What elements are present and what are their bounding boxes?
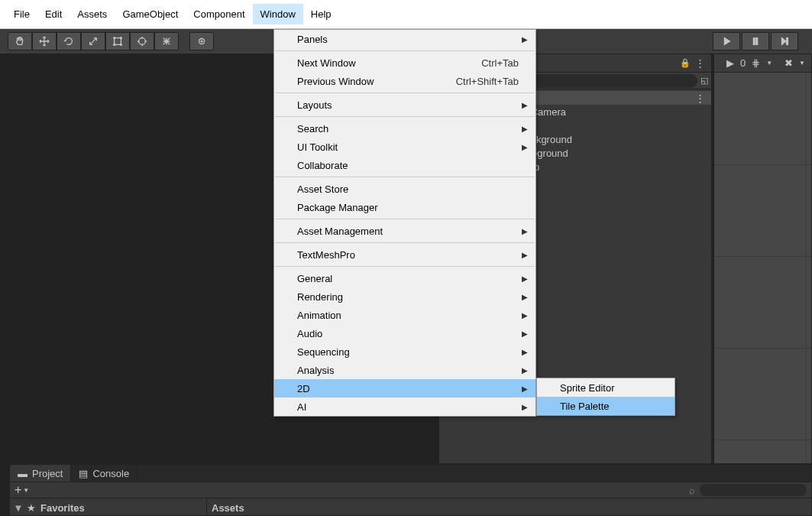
menu-item-label: TextMeshPro	[297, 249, 355, 261]
menu-item-previous-window[interactable]: Previous WindowCtrl+Shift+Tab	[274, 72, 535, 90]
menubar-item-assets[interactable]: Assets	[70, 4, 115, 24]
menubar-item-component[interactable]: Component	[186, 4, 252, 24]
lock-icon[interactable]: 🔒	[680, 58, 691, 68]
menu-item-collaborate[interactable]: Collaborate	[274, 156, 535, 174]
scene-canvas[interactable]: ☁	[714, 73, 811, 463]
submenu-arrow-icon: ▶	[522, 329, 528, 338]
menu-item-ui-toolkit[interactable]: UI Toolkit▶	[274, 138, 535, 156]
menu-item-asset-store[interactable]: Asset Store	[274, 180, 535, 198]
custom-tool[interactable]	[154, 32, 179, 50]
rect-tool[interactable]	[105, 32, 130, 50]
menu-item-label: Asset Management	[297, 226, 383, 237]
submenu-arrow-icon: ▶	[522, 227, 528, 235]
menu-item-ai[interactable]: AI▶	[274, 398, 535, 416]
rotate-tool[interactable]	[57, 32, 81, 50]
tab-project[interactable]: ▬ Project	[10, 465, 71, 482]
move-tool[interactable]	[32, 32, 57, 50]
menu-item-search[interactable]: Search▶	[274, 119, 535, 138]
menu-item-panels[interactable]: Panels▶	[274, 30, 535, 48]
play-button[interactable]	[713, 32, 740, 50]
tab-console[interactable]: ▤ Console	[71, 465, 137, 482]
menu-item-label: AI	[297, 401, 306, 413]
menu-item-tile-palette[interactable]: Tile Palette	[537, 397, 675, 415]
menu-item-label: Layouts	[297, 99, 332, 111]
folder-icon: ▬	[18, 468, 27, 479]
menu-item-next-window[interactable]: Next WindowCtrl+Tab	[274, 54, 535, 72]
menu-item-analysis[interactable]: Analysis▶	[274, 361, 535, 379]
scene-toolbar-arrow-icon[interactable]: ▶	[726, 57, 734, 69]
submenu-arrow-icon: ▶	[522, 274, 528, 283]
project-tabs: ▬ Project ▤ Console	[10, 465, 811, 482]
submenu-2d: Sprite EditorTile Palette	[536, 378, 675, 416]
gizmos-icon[interactable]: ⋕	[752, 57, 760, 69]
menubar-item-gameobject[interactable]: GameObject	[115, 4, 186, 24]
menu-item-label: Sprite Editor	[560, 382, 615, 394]
submenu-arrow-icon: ▶	[522, 125, 528, 133]
submenu-arrow-icon: ▶	[522, 366, 528, 375]
menu-item-package-manager[interactable]: Package Manager	[274, 198, 535, 216]
menu-item-label: General	[297, 273, 332, 284]
scene-view[interactable]: ▶ 0 ⋕ ▼ ✖ ▼ ☁	[713, 54, 812, 464]
menu-item-sprite-editor[interactable]: Sprite Editor	[537, 378, 675, 397]
submenu-arrow-icon: ▶	[522, 143, 528, 151]
scale-tool[interactable]	[81, 32, 105, 50]
submenu-arrow-icon: ▶	[522, 35, 528, 44]
menu-item-textmeshpro[interactable]: TextMeshPro▶	[274, 245, 535, 264]
svg-point-1	[114, 37, 115, 39]
menu-item-label: 2D	[297, 383, 310, 394]
menu-item-label: Sequencing	[297, 346, 350, 358]
menu-item-asset-management[interactable]: Asset Management▶	[274, 222, 535, 240]
menu-item-sequencing[interactable]: Sequencing▶	[274, 342, 535, 361]
transform-tool[interactable]	[130, 32, 154, 50]
scene-toolbar-dropdown-icon[interactable]: ▼	[766, 60, 772, 67]
menu-item-rendering[interactable]: Rendering▶	[274, 287, 535, 306]
favorites-label: Favorites	[40, 502, 85, 514]
menu-shortcut: Ctrl+Tab	[481, 57, 519, 69]
pivot-toggle[interactable]	[189, 32, 214, 50]
menu-item-label: UI Toolkit	[297, 141, 338, 153]
tab-console-label: Console	[92, 468, 129, 479]
svg-point-7	[201, 41, 202, 42]
menu-shortcut: Ctrl+Shift+Tab	[456, 76, 519, 87]
menubar-item-file[interactable]: File	[6, 4, 37, 24]
menu-item-label: Rendering	[297, 291, 343, 303]
menu-item-audio[interactable]: Audio▶	[274, 324, 535, 342]
submenu-arrow-icon: ▶	[522, 403, 528, 411]
window-menu: Panels▶Next WindowCtrl+TabPrevious Windo…	[273, 29, 536, 417]
svg-point-2	[121, 37, 122, 39]
search-icon: ⌕	[689, 485, 695, 496]
project-create-dropdown[interactable]: + ▼	[15, 483, 39, 497]
menu-item-general[interactable]: General▶	[274, 269, 535, 287]
menu-item-layouts[interactable]: Layouts▶	[274, 96, 535, 114]
menu-item-animation[interactable]: Animation▶	[274, 306, 535, 324]
menu-separator	[275, 92, 535, 93]
favorites-header[interactable]: ▼ ★ Favorites	[10, 498, 207, 516]
menu-item-label: Search	[297, 123, 328, 135]
menu-item-label: Audio	[297, 328, 322, 339]
scene-picker-icon[interactable]: ◱	[700, 76, 708, 86]
foldout-icon[interactable]: ▼	[15, 504, 22, 511]
console-icon: ▤	[79, 468, 88, 479]
step-button[interactable]	[771, 32, 798, 50]
pause-button[interactable]	[742, 32, 769, 50]
menubar-item-edit[interactable]: Edit	[37, 4, 70, 24]
project-search[interactable]	[700, 484, 807, 496]
tab-project-label: Project	[32, 468, 63, 479]
svg-point-4	[121, 44, 122, 46]
menubar-item-help[interactable]: Help	[303, 4, 339, 24]
menu-separator	[275, 50, 535, 51]
hand-tool[interactable]	[8, 32, 32, 50]
scene-settings-dropdown-icon[interactable]: ▼	[799, 60, 805, 67]
menu-separator	[275, 266, 535, 267]
menu-item-label: Asset Store	[297, 183, 348, 195]
menu-item-2d[interactable]: 2D▶	[274, 379, 535, 398]
menubar: FileEditAssetsGameObjectComponentWindowH…	[0, 0, 812, 29]
assets-breadcrumb[interactable]: Assets	[207, 498, 811, 516]
menubar-item-window[interactable]: Window	[253, 4, 303, 24]
panel-options-icon[interactable]: ⋮	[695, 57, 705, 69]
submenu-arrow-icon: ▶	[522, 311, 528, 320]
scene-tools-icon[interactable]: ✖	[785, 57, 793, 69]
project-panel: ▬ Project ▤ Console + ▼ ⌕ ▼ ★ Favorites …	[9, 464, 812, 516]
menu-separator	[275, 242, 535, 243]
scene-options-icon[interactable]: ⋮	[695, 92, 711, 104]
